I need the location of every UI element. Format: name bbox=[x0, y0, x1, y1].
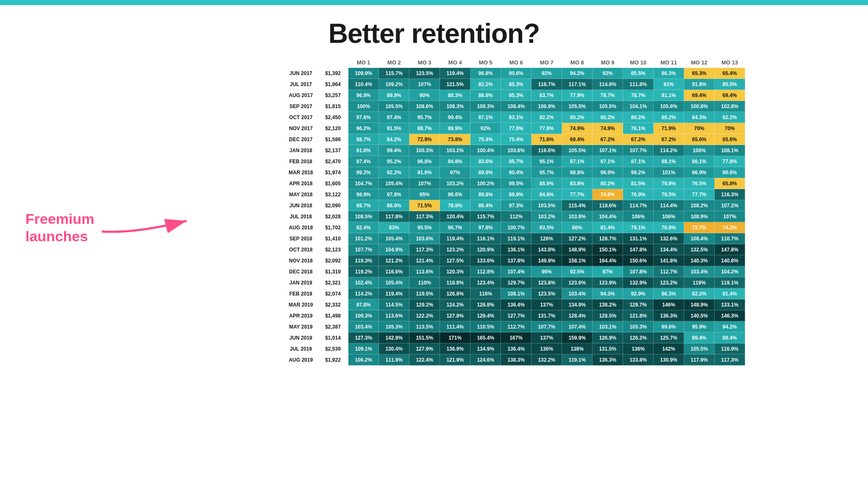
data-cell: 121.8% bbox=[623, 310, 654, 321]
data-cell: 107.8% bbox=[623, 266, 654, 277]
table-row: FEB 2019$2,074114.2%119.4%119.5%126.8%11… bbox=[284, 288, 745, 299]
data-cell: 85.3% bbox=[501, 90, 531, 101]
data-cell: 72.7% bbox=[684, 222, 715, 233]
data-cell: 81.1% bbox=[654, 90, 684, 101]
row-label: SEP 2017 bbox=[284, 101, 318, 112]
data-cell: 90% bbox=[409, 90, 440, 101]
data-cell: 100.8% bbox=[684, 101, 715, 112]
data-cell: 158.1% bbox=[562, 255, 593, 266]
data-cell: 128.7% bbox=[593, 233, 623, 244]
data-cell: 105.4% bbox=[379, 178, 409, 189]
data-cell: 89.8% bbox=[501, 189, 531, 200]
col-mo10: MO 10 bbox=[623, 58, 654, 68]
table-row: SEP 2017$1,815100%105.5%108.6%108.3%108.… bbox=[284, 101, 745, 112]
data-cell: 127.2% bbox=[562, 233, 593, 244]
data-cell: 92.9% bbox=[623, 288, 654, 299]
data-cell: 95% bbox=[409, 189, 440, 200]
data-cell: 132.6% bbox=[654, 233, 684, 244]
data-cell: 106% bbox=[623, 211, 654, 222]
data-cell: 130.4% bbox=[379, 343, 409, 354]
data-cell: 119.1% bbox=[562, 354, 593, 365]
data-cell: 127.5% bbox=[440, 255, 470, 266]
row-label: JUL 2019 bbox=[284, 343, 318, 354]
data-cell: 77.7% bbox=[562, 189, 593, 200]
col-mo12: MO 12 bbox=[684, 58, 715, 68]
data-cell: 97% bbox=[440, 167, 470, 178]
data-cell: 137% bbox=[531, 332, 562, 343]
data-cell: 82.2% bbox=[715, 112, 745, 123]
data-cell: 75.4% bbox=[501, 134, 531, 145]
data-cell: 105.8% bbox=[654, 101, 684, 112]
data-cell: 97.8% bbox=[379, 189, 409, 200]
data-cell: 76.1% bbox=[623, 123, 654, 134]
row-value: $1,586 bbox=[318, 134, 348, 145]
row-value: $2,028 bbox=[318, 211, 348, 222]
data-cell: 137% bbox=[531, 299, 562, 310]
data-cell: 95.1% bbox=[531, 156, 562, 167]
data-cell: 99.4% bbox=[440, 112, 470, 123]
data-cell: 114.7% bbox=[623, 200, 654, 211]
data-cell: 123.4% bbox=[470, 277, 501, 288]
data-cell: 95.9% bbox=[684, 321, 715, 332]
data-cell: 105.5% bbox=[562, 101, 593, 112]
data-cell: 107.4% bbox=[562, 321, 593, 332]
data-cell: 133.8% bbox=[623, 354, 654, 365]
data-cell: 101.2% bbox=[348, 233, 379, 244]
data-cell: 78.7% bbox=[593, 90, 623, 101]
row-value: $2,092 bbox=[318, 255, 348, 266]
data-cell: 79.8% bbox=[654, 178, 684, 189]
data-cell: 107% bbox=[409, 178, 440, 189]
data-cell: 77.8% bbox=[501, 123, 531, 134]
data-cell: 96% bbox=[531, 266, 562, 277]
data-cell: 76.8% bbox=[654, 222, 684, 233]
data-cell: 89.7% bbox=[348, 200, 379, 211]
data-cell: 73.8% bbox=[440, 134, 470, 145]
data-cell: 117.3% bbox=[409, 211, 440, 222]
table-row: FEB 2018$2,47097.4%95.2%96.8%94.8%83.6%8… bbox=[284, 156, 745, 167]
row-value: $2,074 bbox=[318, 288, 348, 299]
data-cell: 80.2% bbox=[562, 112, 593, 123]
data-cell: 132.5% bbox=[684, 244, 715, 255]
data-cell: 138.3% bbox=[501, 354, 531, 365]
data-cell: 105.5% bbox=[593, 101, 623, 112]
data-cell: 111.9% bbox=[379, 354, 409, 365]
data-cell: 104.9% bbox=[379, 244, 409, 255]
data-cell: 78.5% bbox=[654, 189, 684, 200]
col-mo5: MO 5 bbox=[470, 58, 501, 68]
data-cell: 109.1% bbox=[348, 343, 379, 354]
data-cell: 70% bbox=[715, 123, 745, 134]
data-cell: 97.3% bbox=[501, 200, 531, 211]
data-cell: 136.9% bbox=[440, 343, 470, 354]
row-label: AUG 2017 bbox=[284, 90, 318, 101]
data-cell: 143.8% bbox=[531, 244, 562, 255]
data-cell: 89.9% bbox=[470, 167, 501, 178]
data-cell: 83.8% bbox=[562, 178, 593, 189]
data-cell: 107.4% bbox=[501, 266, 531, 277]
data-cell: 114.8% bbox=[593, 79, 623, 90]
data-cell: 65.8% bbox=[715, 178, 745, 189]
row-value: $1,014 bbox=[318, 332, 348, 343]
data-cell: 96.8% bbox=[470, 68, 501, 79]
row-value: $3,257 bbox=[318, 90, 348, 101]
data-cell: 150.1% bbox=[593, 244, 623, 255]
table-row: SEP 2018$1,410101.2%105.4%103.6%119.4%11… bbox=[284, 233, 745, 244]
data-cell: 105.5% bbox=[562, 145, 593, 156]
data-cell: 74.9% bbox=[593, 189, 623, 200]
data-cell: 126.9% bbox=[593, 332, 623, 343]
row-label: MAR 2019 bbox=[284, 299, 318, 310]
row-value: $1,964 bbox=[318, 79, 348, 90]
data-cell: 88.1% bbox=[654, 156, 684, 167]
data-cell: 96.9% bbox=[348, 90, 379, 101]
data-cell: 114.2% bbox=[348, 288, 379, 299]
data-cell: 74.2% bbox=[715, 222, 745, 233]
data-cell: 89.4% bbox=[715, 332, 745, 343]
data-cell: 118.6% bbox=[593, 200, 623, 211]
data-cell: 97.4% bbox=[379, 112, 409, 123]
data-cell: 112.7% bbox=[654, 266, 684, 277]
data-cell: 116.9% bbox=[715, 343, 745, 354]
data-cell: 65.6% bbox=[715, 134, 745, 145]
row-label: FEB 2018 bbox=[284, 156, 318, 167]
row-label: JUN 2019 bbox=[284, 332, 318, 343]
page-title: Better retention? bbox=[0, 18, 868, 49]
row-value: $1,319 bbox=[318, 266, 348, 277]
